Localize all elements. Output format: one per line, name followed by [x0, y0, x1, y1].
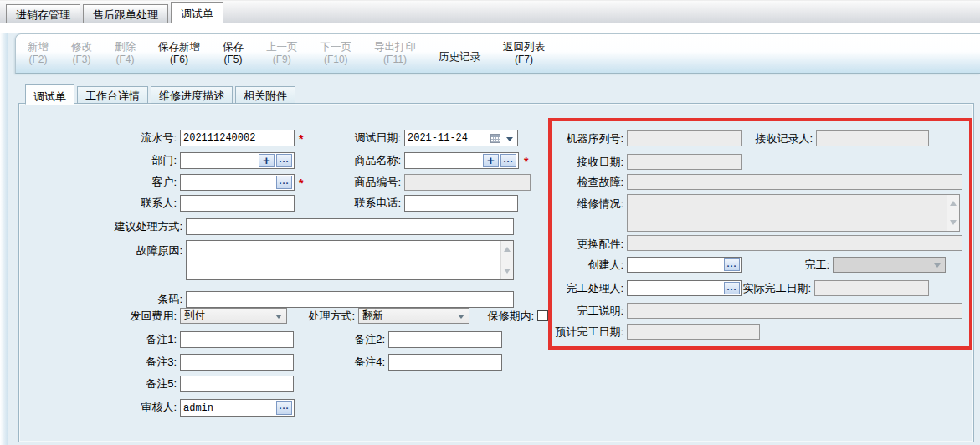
barcode-input[interactable]: [186, 291, 514, 308]
repair-status-label: 维修情况:: [544, 196, 623, 212]
dept-picker-button[interactable]: ...: [276, 154, 292, 167]
customer-picker-button[interactable]: ...: [276, 176, 292, 189]
receive-date-input: [627, 154, 742, 170]
delete-button-shortcut: (F4): [115, 54, 136, 66]
finish-note-label: 完工说明:: [544, 303, 623, 320]
receive-date-label: 接收日期:: [544, 154, 623, 171]
suggestion-input[interactable]: [186, 218, 514, 235]
save-button[interactable]: 保存 (F5): [223, 41, 244, 66]
main-tab-bar: 进销存管理 售后跟单处理 调试单: [0, 0, 980, 23]
export-print-button: 导出打印 (F11): [374, 41, 416, 66]
customer-label: 客户:: [50, 174, 177, 191]
note2-input[interactable]: [388, 331, 502, 348]
auditor-picker-button[interactable]: ...: [276, 401, 292, 415]
note4-label: 备注4:: [335, 354, 385, 371]
auditor-field[interactable]: ...: [180, 399, 295, 417]
chevron-down-icon: [458, 315, 464, 322]
save-new-button-shortcut: (F6): [158, 54, 200, 66]
barcode-label: 条码:: [75, 291, 182, 308]
scroll-down-icon[interactable]: [504, 269, 511, 277]
next-page-button: 下一页 (F10): [321, 41, 352, 66]
back-to-list-button[interactable]: 返回列表 (F7): [503, 41, 545, 66]
creator-field[interactable]: ...: [627, 257, 742, 273]
scroll-down-icon[interactable]: [950, 220, 957, 228]
finish-note-input: [627, 303, 962, 319]
handle-method-select[interactable]: 翻新: [358, 308, 469, 324]
history-button-label: 历史记录: [439, 51, 480, 64]
customer-field[interactable]: ...: [180, 174, 295, 191]
required-asterisk: *: [524, 152, 528, 171]
export-print-button-shortcut: (F11): [374, 54, 416, 66]
main-tab-aftersales[interactable]: 售后跟单处理: [83, 4, 168, 23]
debug-date-field[interactable]: [404, 130, 518, 146]
replace-parts-input: [627, 235, 962, 251]
handle-method-value: 翻新: [362, 309, 383, 321]
chevron-down-icon: [275, 315, 282, 322]
note5-input[interactable]: [180, 376, 294, 392]
save-new-button-label: 保存新增: [158, 41, 200, 54]
required-asterisk: *: [299, 130, 303, 148]
scroll-up-icon[interactable]: [950, 197, 957, 206]
scroll-up-icon[interactable]: [504, 243, 511, 252]
dept-field[interactable]: + ...: [180, 152, 295, 169]
main-tab-inventory[interactable]: 进销存管理: [6, 4, 80, 23]
return-fee-value: 到付: [184, 309, 205, 321]
save-new-button[interactable]: 保存新增 (F6): [158, 41, 200, 66]
suggest-label: 建议处理方式:: [75, 218, 182, 235]
receive-recorder-input: [816, 130, 929, 146]
handle-method-label: 处理方式:: [288, 308, 355, 325]
repair-status-scrollbar[interactable]: [947, 195, 959, 231]
sub-tab-workbench-detail[interactable]: 工作台详情: [77, 86, 148, 104]
note5-label: 备注5:: [75, 376, 177, 392]
new-button-label: 新增: [28, 41, 49, 54]
sub-tab-repair-progress[interactable]: 维修进度描述: [151, 86, 233, 104]
back-to-list-button-label: 返回列表: [503, 41, 545, 54]
left-edge-strip: [0, 33, 8, 445]
product-code-label: 商品编号:: [318, 174, 401, 191]
serial-input[interactable]: [180, 130, 295, 146]
delete-button: 删除 (F4): [115, 41, 136, 66]
main-tab-debug-order[interactable]: 调试单: [171, 2, 223, 23]
delete-button-label: 删除: [115, 41, 136, 54]
fault-reason-textarea[interactable]: [186, 240, 514, 280]
finish-select: [833, 257, 946, 273]
note4-input[interactable]: [388, 354, 502, 371]
fault-reason-scrollbar[interactable]: [500, 241, 513, 279]
contact-input[interactable]: [180, 195, 295, 212]
check-fault-label: 检查故障:: [544, 174, 623, 191]
note1-label: 备注1:: [75, 331, 177, 348]
prev-page-button-shortcut: (F9): [266, 54, 298, 66]
actual-finish-date-label: 实际完工日期:: [736, 280, 811, 297]
sub-tab-debug-order[interactable]: 调试单: [25, 84, 74, 105]
product-code-input: [404, 174, 531, 191]
prev-page-button-label: 上一页: [266, 41, 298, 54]
creator-picker-button[interactable]: ...: [724, 258, 740, 271]
calendar-icon[interactable]: [490, 134, 500, 143]
phone-label: 联系电话:: [318, 195, 401, 212]
export-print-button-label: 导出打印: [374, 41, 416, 54]
machine-sn-label: 机器序列号:: [544, 130, 623, 147]
replace-parts-label: 更换配件:: [544, 236, 623, 253]
app-window: 进销存管理 售后跟单处理 调试单 新增 (F2) 修改 (F3) 删除 (F4)…: [0, 0, 980, 445]
expected-finish-date-label: 预计完工日期:: [544, 324, 623, 340]
sub-tab-attachments[interactable]: 相关附件: [235, 86, 295, 104]
product-picker-button[interactable]: ...: [500, 154, 516, 167]
phone-input[interactable]: [404, 195, 518, 212]
warranty-label: 保修期内:: [469, 308, 534, 325]
note3-input[interactable]: [180, 354, 294, 371]
required-asterisk: *: [299, 174, 303, 192]
add-product-button[interactable]: +: [483, 154, 499, 167]
note2-label: 备注2:: [335, 331, 385, 348]
add-dept-button[interactable]: +: [259, 154, 275, 167]
receive-recorder-label: 接收记录人:: [736, 130, 813, 147]
date-dropdown-arrow-icon[interactable]: [506, 137, 513, 145]
note1-input[interactable]: [180, 331, 294, 348]
sub-tab-bar: 调试单 工作台详情 维修进度描述 相关附件: [25, 84, 298, 104]
history-button[interactable]: 历史记录: [439, 44, 480, 64]
finish-handler-field[interactable]: ...: [627, 280, 742, 296]
serial-label: 流水号:: [50, 130, 177, 146]
product-name-field[interactable]: + ...: [404, 152, 519, 169]
contact-label: 联系人:: [50, 195, 177, 212]
repair-status-textarea: [627, 194, 960, 232]
return-fee-select[interactable]: 到付: [180, 308, 287, 324]
